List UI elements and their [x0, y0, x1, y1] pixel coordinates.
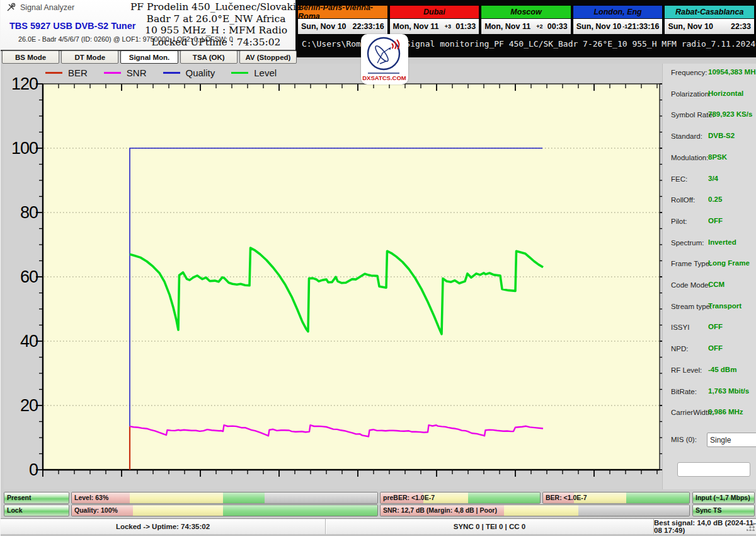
mode-tab-strip: BS ModeDT ModeSignal Mon.TSA (OK)AV (Sto… — [2, 50, 297, 64]
syncts-bar: Sync TS — [692, 504, 755, 516]
y-axis-label: 0 — [4, 460, 38, 479]
clock-card-moscow: MoscowMon, Nov 11+200:33 — [481, 5, 571, 35]
param-label: ISSYI — [671, 323, 689, 331]
tab-tsa-ok[interactable]: TSA (OK) — [180, 50, 238, 64]
tuner-name: TBS 5927 USB DVB-S2 Tuner — [9, 21, 135, 31]
param-label: Frame Type: — [671, 260, 711, 267]
bar-label: Present — [7, 492, 32, 503]
param-label: RollOff: — [671, 196, 695, 204]
legend-label: Quality — [186, 67, 215, 78]
param-label: Polarization: — [671, 90, 711, 98]
world-clock-panel: Berlin-Paris-Vienna-RomaSun, Nov 1022:33… — [297, 5, 755, 35]
input-bar: Input (~1,7 Mbps) — [692, 492, 755, 504]
clock-name: London, Eng — [573, 6, 663, 19]
dxsatcs-logo-text: DXSATCS.COM — [362, 74, 406, 81]
param-value: 1,763 Mbit/s — [708, 387, 749, 395]
clock-card-dubai: DubaiMon, Nov 11+301:33 — [389, 5, 480, 35]
preber-bar: preBER: <1.0E-7 — [380, 492, 541, 504]
bar-label: BER: <1.0E-7 — [546, 492, 587, 503]
clock-time-row: Sun, Nov 1022:33 — [665, 19, 754, 34]
signal-plot — [4, 64, 662, 489]
param-label: Modulation: — [671, 154, 708, 161]
bar-label: Input (~1,7 Mbps) — [696, 492, 750, 503]
param-label: RF Level: — [671, 366, 702, 374]
clock-name: Berlin-Paris-Vienna-Roma — [298, 6, 387, 19]
param-row-polarization: Polarization:Horizontal — [663, 90, 756, 103]
param-label: Pilot: — [671, 218, 687, 225]
tab-av-stopped[interactable]: AV (Stopped) — [239, 50, 297, 64]
param-row-stream-type: Stream type:Transport — [663, 303, 756, 315]
param-row-frame-type: Frame Type:Long Frame — [663, 260, 756, 272]
clock-date: Mon, Nov 11 — [393, 22, 439, 31]
clock-time: 00:33 — [547, 22, 568, 31]
clock-date: Sun, Nov 10 — [668, 22, 713, 31]
param-value: CCM — [708, 281, 724, 288]
param-row-standard: Standard:DVB-S2 — [663, 132, 756, 145]
param-label: Frequency: — [671, 69, 707, 76]
param-row-npd: NPD:OFF — [663, 345, 756, 358]
clock-utc-offset: +2 — [536, 23, 542, 30]
param-value: Long Frame — [708, 259, 750, 267]
signal-parameters-sidebar: MIS (0): Single Frequency:10954,383 MHzP… — [662, 64, 756, 489]
clock-utc-offset: +3 — [445, 23, 451, 30]
legend-item-level: Level — [231, 67, 277, 78]
sync-status: SYNC 0 | TEI 0 | CC 0 — [326, 519, 654, 534]
param-value: 0,986 MHz — [708, 408, 743, 416]
empty-input-box[interactable] — [677, 462, 750, 477]
quality-bar: Quality: 100% — [71, 504, 378, 516]
param-value: Transport — [708, 302, 742, 310]
param-label: BitRate: — [671, 388, 697, 395]
signal-analyzer-app: Signal Analyzer TBS 5927 USB DVB-S2 Tune… — [0, 0, 756, 536]
bar-label: Level: 63% — [74, 492, 108, 503]
overlay-line: Locked UPtime : 74:35:02 — [122, 37, 311, 49]
uptime-status: Locked -> Uptime: 74:35:02 — [1, 519, 326, 534]
y-axis-label: 60 — [4, 267, 38, 286]
chart-legend: BERSNRQualityLevel — [45, 67, 277, 78]
param-row-pilot: Pilot:OFF — [663, 218, 756, 230]
overlay-line: PF Prodelin 450_Lučenec/Slovakia — [122, 1, 311, 13]
param-label: CarrierWidth: — [671, 409, 714, 416]
resize-grip[interactable] — [747, 522, 755, 531]
lock-bar: Lock — [4, 504, 69, 516]
param-label: Spectrum: — [671, 239, 704, 247]
tab-bs-mode[interactable]: BS Mode — [2, 50, 59, 64]
param-label: Code Mode: — [671, 281, 711, 289]
param-row-issyi: ISSYIOFF — [663, 323, 756, 336]
param-value: 789,923 KS/s — [708, 110, 752, 118]
legend-swatch-snr — [104, 72, 121, 74]
param-row-carrierwidth: CarrierWidth:0,986 MHz — [663, 409, 756, 421]
clock-time: 22:33 — [731, 22, 751, 31]
legend-label: SNR — [127, 67, 147, 78]
param-value: Horizontal — [708, 90, 743, 97]
clock-time-row: Sun, Nov 1022:33:16 — [298, 19, 387, 34]
param-row-spectrum: Spectrum:Inverted — [663, 239, 756, 252]
snr-bar: SNR: 12,7 dB (Margin: 4,8 dB | Poor) — [380, 504, 690, 516]
param-value: OFF — [708, 344, 723, 352]
clock-card-rabat-casablanca: Rabat-CasablancaSun, Nov 1022:33 — [664, 5, 755, 35]
clock-name: Moscow — [481, 6, 571, 19]
clock-card-london-eng: London, EngSun, Nov 10-121:33:16 — [573, 5, 663, 35]
param-row-bitrate: BitRate:1,763 Mbit/s — [663, 388, 756, 400]
param-value: -45 dBm — [708, 366, 736, 373]
param-value: OFF — [708, 323, 723, 330]
bar-label: SNR: 12,7 dB (Margin: 4,8 dB | Poor) — [383, 505, 497, 515]
param-row-symbol-rate: Symbol Rate:789,923 KS/s — [663, 111, 756, 124]
param-value: Inverted — [708, 238, 736, 246]
mis-select[interactable]: Single — [707, 433, 756, 447]
param-value: 10954,383 MHz — [708, 68, 756, 76]
y-axis-label: 40 — [4, 332, 38, 351]
clock-utc-offset: -1 — [622, 23, 627, 30]
clock-time: 21:33:16 — [627, 22, 659, 31]
best-signal-status: Best signal: 14,0 dB (2024-11-08 17:49) — [654, 519, 756, 534]
clock-time-row: Sun, Nov 10-121:33:16 — [573, 19, 663, 34]
present-bar: Present — [4, 492, 69, 504]
tab-signal-mon[interactable]: Signal Mon. — [120, 50, 178, 64]
tab-dt-mode[interactable]: DT Mode — [61, 50, 118, 64]
param-value: DVB-S2 — [708, 132, 735, 139]
signal-chart-panel: BERSNRQualityLevel 020406080100120 — [4, 64, 662, 489]
param-row-rolloff: RollOff:0.25 — [663, 196, 756, 209]
y-axis-label: 120 — [4, 74, 38, 93]
bar-label: Sync TS — [696, 505, 721, 515]
param-label: Stream type: — [671, 303, 712, 310]
y-axis-label: 20 — [4, 396, 38, 415]
